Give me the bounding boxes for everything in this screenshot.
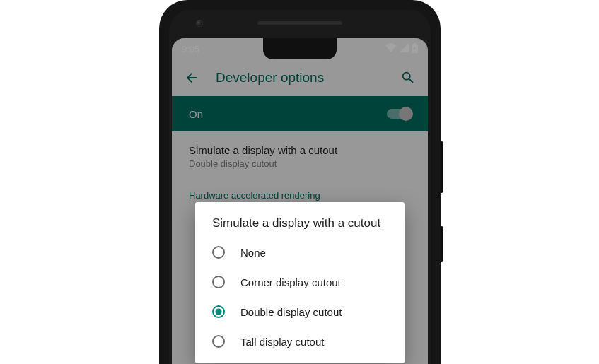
device-inner: 9:05 Developer opt <box>169 10 431 364</box>
volume-button <box>441 141 443 193</box>
option-label: Corner display cutout <box>240 276 341 288</box>
device-screen: 9:05 Developer opt <box>172 38 428 364</box>
radio-icon <box>212 305 225 318</box>
option-label: Double display cutout <box>240 306 342 318</box>
radio-icon <box>212 335 225 348</box>
front-camera <box>196 20 203 27</box>
option-label: Tall display cutout <box>240 336 324 348</box>
power-button <box>441 226 443 262</box>
option-double-display-cutout[interactable]: Double display cutout <box>195 297 405 327</box>
radio-icon <box>212 276 225 288</box>
dialog-title: Simulate a display with a cutout <box>195 216 405 237</box>
device-frame: 9:05 Developer opt <box>159 0 441 364</box>
option-corner-display-cutout[interactable]: Corner display cutout <box>195 267 405 297</box>
option-tall-display-cutout[interactable]: Tall display cutout <box>195 327 405 356</box>
option-none[interactable]: None <box>195 237 405 267</box>
radio-icon <box>212 246 225 259</box>
cutout-dialog: Simulate a display with a cutout None Co… <box>195 202 405 363</box>
speaker-grille <box>257 21 342 25</box>
option-label: None <box>240 247 266 259</box>
